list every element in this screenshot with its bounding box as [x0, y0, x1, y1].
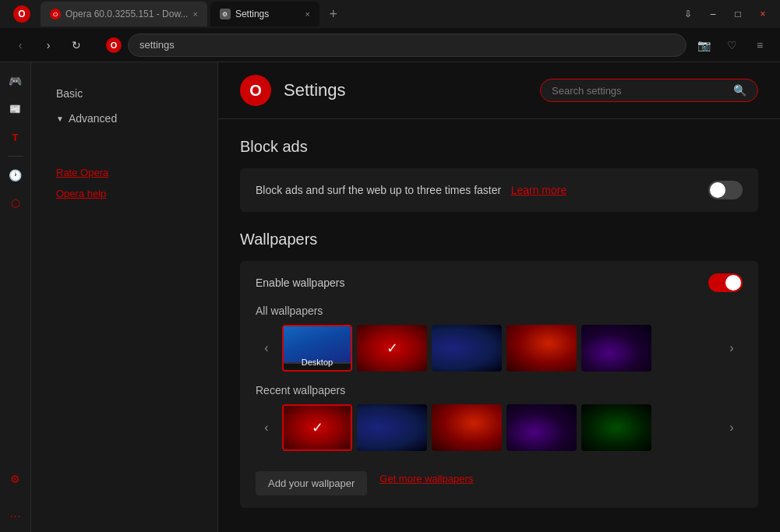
chevron-down-icon: ▼ — [56, 115, 64, 123]
close-button[interactable]: × — [752, 3, 774, 25]
sidebar-more[interactable]: … — [3, 501, 28, 526]
settings-favicon: ⚙ — [220, 9, 231, 19]
opera-icon[interactable]: O — [106, 37, 122, 53]
tab-inactive-label: Opera 60.0.3255.151 - Dow... — [65, 9, 188, 19]
filter-icon[interactable]: ⇩ — [677, 3, 699, 25]
nav-links: Rate Opera Opera help — [44, 162, 205, 204]
all-wallpapers-label: All wallpapers — [256, 305, 743, 317]
all-prev-arrow[interactable]: ‹ — [256, 337, 277, 359]
camera-button[interactable]: 📷 — [693, 34, 715, 56]
settings-content: Block ads Block ads and surf the web up … — [218, 119, 780, 532]
recent-dark-green[interactable] — [581, 404, 651, 451]
settings-header: O Settings 🔍 — [218, 62, 780, 119]
recent-checkmark-icon: ✓ — [312, 419, 323, 436]
sidebar-news[interactable]: 📰 — [3, 97, 28, 122]
reload-button[interactable]: ↻ — [65, 34, 87, 56]
toggle-thumb — [710, 182, 725, 198]
all-wallpapers-row: Desktop ✓ — [282, 325, 716, 372]
nav-basic[interactable]: Basic — [44, 81, 205, 106]
search-box[interactable]: 🔍 — [540, 79, 758, 102]
sidebar-twitch[interactable]: T — [3, 125, 28, 150]
sidebar-settings[interactable]: ⚙ — [3, 467, 28, 491]
nav-rate-opera[interactable]: Rate Opera — [44, 162, 205, 183]
main-area: Basic ▼ Advanced Rate Opera Opera help O… — [31, 62, 780, 532]
wallpapers-toggle-thumb — [725, 275, 741, 291]
tab-active[interactable]: ⚙ Settings × — [210, 2, 319, 26]
opera-logo-tab: O — [13, 5, 30, 23]
block-ads-card: Block ads and surf the web up to three t… — [240, 168, 758, 212]
nav-bar: ‹ › ↻ O settings 📷 ♡ ≡ — [0, 28, 780, 62]
wallpaper-desktop[interactable]: Desktop — [282, 325, 352, 372]
tab-active-close[interactable]: × — [305, 9, 309, 19]
sidebar-extensions[interactable]: ⬡ — [3, 191, 28, 216]
recent-next-arrow[interactable]: › — [721, 417, 743, 439]
learn-more-link[interactable]: Learn more — [511, 184, 567, 196]
wallpapers-title: Wallpapers — [240, 231, 758, 248]
address-bar[interactable]: settings — [128, 33, 686, 57]
tab-inactive[interactable]: O Opera 60.0.3255.151 - Dow... × — [41, 2, 207, 26]
wallpapers-card: Enable wallpapers All wallpapers ‹ — [240, 261, 758, 508]
block-ads-text-group: Block ads and surf the web up to three t… — [256, 183, 566, 197]
all-next-arrow[interactable]: › — [721, 337, 743, 359]
nav-menu-button[interactable]: ≡ — [749, 34, 771, 56]
tab-strip: O O Opera 60.0.3255.151 - Dow... × ⚙ Set… — [6, 0, 344, 28]
restore-button[interactable]: □ — [727, 3, 749, 25]
search-icon: 🔍 — [733, 84, 746, 97]
recent-wallpapers-carousel: ‹ ✓ — [256, 404, 743, 451]
nav-advanced[interactable]: ▼ Advanced — [44, 106, 205, 131]
wallpaper-actions: Add your wallpaper Get more wallpapers — [256, 462, 743, 495]
checkmark-icon: ✓ — [386, 340, 398, 357]
sidebar-gamepad[interactable]: 🎮 — [3, 69, 28, 93]
back-button[interactable]: ‹ — [9, 34, 31, 56]
recent-purple-wave[interactable] — [506, 404, 577, 451]
window-controls: ⇩ – □ × — [677, 3, 774, 25]
recent-blue-nebula[interactable] — [357, 404, 427, 451]
opera-logo: O — [240, 75, 271, 106]
wallpaper-red-swirl[interactable]: ✓ — [357, 325, 427, 372]
tab-active-label: Settings — [235, 9, 269, 19]
block-ads-toggle[interactable] — [708, 181, 743, 199]
sidebar: 🎮 📰 T 🕐 ⬡ ⚙ … — [0, 62, 31, 532]
nav-right: 📷 ♡ ≡ — [693, 34, 771, 56]
get-more-link[interactable]: Get more wallpapers — [379, 473, 473, 484]
nav-opera-help[interactable]: Opera help — [44, 183, 205, 204]
recent-red-swirl[interactable]: ✓ — [282, 404, 352, 451]
recent-wallpapers-row: ✓ — [282, 404, 716, 451]
desktop-label: Desktop — [284, 358, 351, 367]
block-ads-label: Block ads and surf the web up to three t… — [256, 184, 501, 196]
enable-wallpapers-row: Enable wallpapers — [256, 273, 743, 292]
new-tab-button[interactable]: + — [323, 3, 344, 25]
title-bar: O O Opera 60.0.3255.151 - Dow... × ⚙ Set… — [0, 0, 780, 28]
sidebar-history[interactable]: 🕐 — [3, 163, 28, 188]
tab-inactive-close[interactable]: × — [192, 9, 197, 19]
search-input[interactable] — [552, 85, 727, 97]
heart-button[interactable]: ♡ — [721, 34, 743, 56]
block-ads-row: Block ads and surf the web up to three t… — [256, 181, 743, 199]
block-ads-title: Block ads — [240, 138, 758, 156]
recent-wallpapers-label: Recent wallpapers — [256, 384, 743, 396]
recent-red-planet[interactable] — [432, 404, 502, 451]
settings-right: O Settings 🔍 Block ads Block ads and sur… — [218, 62, 780, 532]
wallpaper-red-planet[interactable] — [506, 325, 577, 372]
wallpapers-toggle[interactable] — [708, 273, 743, 292]
all-wallpapers-carousel: ‹ Desktop — [256, 325, 743, 372]
enable-wallpapers-label: Enable wallpapers — [256, 277, 344, 289]
tab-favicon: O — [50, 9, 61, 19]
add-wallpaper-button[interactable]: Add your wallpaper — [256, 471, 367, 495]
settings-nav: Basic ▼ Advanced Rate Opera Opera help — [31, 62, 218, 532]
recent-prev-arrow[interactable]: ‹ — [256, 417, 277, 439]
address-text: settings — [139, 39, 175, 51]
settings-title: Settings — [284, 80, 346, 100]
wallpaper-blue-nebula[interactable] — [432, 325, 502, 372]
sidebar-divider — [8, 156, 23, 157]
forward-button[interactable]: › — [37, 34, 59, 56]
minimize-button[interactable]: – — [702, 3, 724, 25]
wallpaper-purple-wave[interactable] — [581, 325, 651, 372]
